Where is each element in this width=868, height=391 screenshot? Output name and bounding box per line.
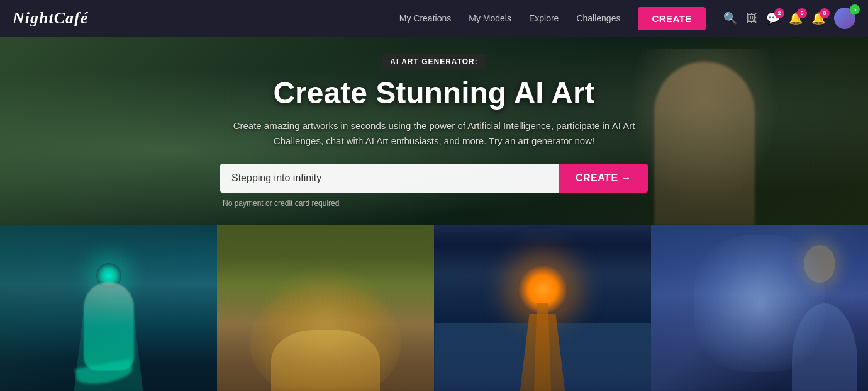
navbar-create-button[interactable]: CREATE — [638, 7, 706, 30]
gallery-grid: ♡ 5762 💬 335 ♡ — [0, 225, 868, 391]
gallery-item[interactable]: ♡ 5082 💬 450 🖼 2 — [651, 225, 868, 391]
gallery-image-2 — [217, 225, 434, 391]
gallery-image-1 — [0, 225, 217, 391]
hero-input-row: CREATE → — [220, 164, 648, 193]
alerts-button[interactable]: 🔔 8 — [811, 11, 825, 25]
gallery-overlay-4: ♡ 5082 💬 450 🖼 2 — [651, 388, 868, 391]
search-icon: 🔍 — [723, 12, 737, 25]
brand-logo[interactable]: NightCafé — [13, 9, 88, 28]
search-button[interactable]: 🔍 — [723, 11, 737, 25]
hero-subtitle: Create amazing artworks in seconds using… — [220, 118, 648, 149]
notification-badge-2: 8 — [820, 8, 830, 18]
hero-tag: AI ART GENERATOR: — [382, 54, 485, 69]
gallery-button[interactable]: 🖼 — [746, 12, 757, 25]
gallery-overlay-1: ♡ 5762 💬 335 — [0, 388, 217, 391]
user-avatar[interactable]: 5 — [834, 8, 855, 29]
chat-badge: 2 — [774, 8, 784, 18]
nav-my-models[interactable]: My Models — [469, 13, 511, 23]
navbar: NightCafé My Creations My Models Explore… — [0, 0, 868, 37]
nav-explore[interactable]: Explore — [529, 13, 559, 23]
gallery-item[interactable]: ♡ 5762 💬 335 — [0, 225, 217, 391]
hero-create-button[interactable]: CREATE → — [559, 164, 648, 193]
hero-title: Create Stunning AI Art — [220, 77, 648, 110]
notification-badge-1: 5 — [797, 8, 807, 18]
notifications-button[interactable]: 🔔 5 — [789, 11, 803, 25]
hero-content: AI ART GENERATOR: Create Stunning AI Art… — [208, 54, 660, 208]
chat-button[interactable]: 💬 2 — [766, 11, 780, 25]
gallery-overlay-2: ♡ 5509 💬 373 🖼 4 — [217, 388, 434, 391]
hero-section: AI ART GENERATOR: Create Stunning AI Art… — [0, 37, 868, 225]
nav-challenges[interactable]: Challenges — [576, 13, 620, 23]
status-badge: 5 — [850, 4, 860, 14]
gallery-overlay-3: ♡ 5215 💬 447 🖼 3 — [434, 388, 651, 391]
nav-icons: 🔍 🖼 💬 2 🔔 5 🔔 8 5 — [723, 8, 855, 29]
gallery-image-4 — [651, 225, 868, 391]
hero-note: No payment or credit card required — [220, 199, 648, 208]
gallery-icon: 🖼 — [746, 12, 757, 25]
gallery-item[interactable]: ♡ 5215 💬 447 🖼 3 — [434, 225, 651, 391]
art-prompt-input[interactable] — [220, 164, 559, 193]
navbar-right: My Creations My Models Explore Challenge… — [399, 7, 855, 30]
nav-my-creations[interactable]: My Creations — [399, 13, 451, 23]
gallery-image-3 — [434, 225, 651, 391]
gallery-item[interactable]: ♡ 5509 💬 373 🖼 4 — [217, 225, 434, 391]
